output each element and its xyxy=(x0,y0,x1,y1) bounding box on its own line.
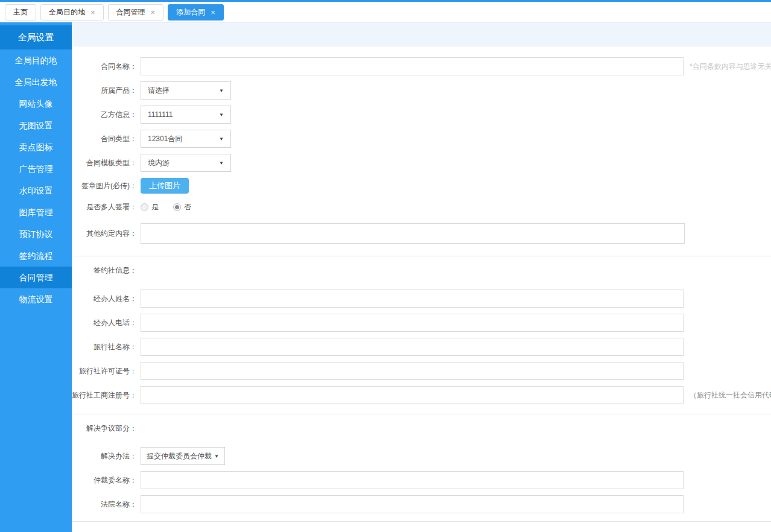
agent-name-row: 经办人姓名： xyxy=(72,290,771,308)
agent-phone-label: 经办人电话： xyxy=(72,318,137,328)
sidebar-item-watermark-settings[interactable]: 水印设置 xyxy=(0,180,72,201)
sidebar-item-selling-point-icons[interactable]: 卖点图标 xyxy=(0,136,72,158)
resolution-row: 解决办法： 提交仲裁委员会仲裁 ▼ xyxy=(72,447,771,465)
tab-global-destination[interactable]: 全局目的地 × xyxy=(40,4,104,21)
upload-image-button[interactable]: 上传图片 xyxy=(141,178,189,194)
agency-section-label: 签约社信息： xyxy=(72,265,137,276)
other-content-row: 其他约定内容： xyxy=(72,223,771,244)
divider xyxy=(72,256,771,256)
template-type-row: 合同模板类型： 境内游 ▼ xyxy=(72,154,771,172)
multi-sign-row: 是否多人签署： 是 否 xyxy=(72,201,771,212)
signature-image-label: 签章图片(必传)： xyxy=(72,181,137,191)
license-no-row: 旅行社许可证号： xyxy=(72,362,771,380)
sidebar: 全局设置 全局目的地 全局出发地 网站头像 无图设置 卖点图标 广告管理 水印设… xyxy=(0,22,72,532)
contract-name-row: 合同名称： *合同条款内容与思途无关 xyxy=(72,57,771,75)
sidebar-item-ad-management[interactable]: 广告管理 xyxy=(0,158,72,180)
license-no-label: 旅行社许可证号： xyxy=(72,366,137,376)
tab-contract-management[interactable]: 合同管理 × xyxy=(108,4,164,21)
business-reg-no-label: 旅行社工商注册号： xyxy=(72,390,137,401)
other-content-input[interactable] xyxy=(141,223,685,244)
multi-sign-option-yes-label: 是 xyxy=(151,202,159,212)
main-content: 合同名称： *合同条款内容与思途无关 所属产品： 请选择 ▼ 乙方信息： xyxy=(72,22,771,532)
agent-phone-row: 经办人电话： xyxy=(72,314,771,332)
arbitration-name-label: 仲裁委名称： xyxy=(72,475,137,486)
tab-label: 添加合同 xyxy=(176,7,205,17)
sidebar-item-site-avatar[interactable]: 网站头像 xyxy=(0,93,72,115)
resolution-select-value: 提交仲裁委员会仲裁 xyxy=(147,451,212,461)
chevron-down-icon: ▼ xyxy=(219,112,224,118)
multi-sign-label: 是否多人签署： xyxy=(72,202,137,212)
business-reg-no-note: （旅行社统一社会信用代码 xyxy=(690,390,771,401)
sidebar-header: 全局设置 xyxy=(0,25,72,49)
close-icon[interactable]: × xyxy=(211,8,215,16)
other-content-label: 其他约定内容： xyxy=(72,229,137,239)
party-b-select-value: 1111111 xyxy=(148,110,173,119)
agency-name-label: 旅行社名称： xyxy=(72,342,137,352)
dispute-section-row: 解决争议部分： xyxy=(72,423,771,434)
chevron-down-icon: ▼ xyxy=(219,88,224,93)
close-icon[interactable]: × xyxy=(90,8,95,16)
agent-name-label: 经办人姓名： xyxy=(72,294,137,304)
chevron-down-icon: ▼ xyxy=(214,454,219,459)
tab-home[interactable]: 主页 xyxy=(5,4,36,21)
agent-phone-input[interactable] xyxy=(141,314,684,332)
product-select[interactable]: 请选择 ▼ xyxy=(141,81,231,100)
tab-bar: 主页 全局目的地 × 合同管理 × 添加合同 × xyxy=(0,2,771,22)
template-type-select[interactable]: 境内游 ▼ xyxy=(141,154,231,172)
court-name-label: 法院名称： xyxy=(72,499,137,510)
product-label: 所属产品： xyxy=(72,86,137,96)
agency-section-row: 签约社信息： xyxy=(72,265,771,276)
divider xyxy=(72,521,771,522)
multi-sign-option-no[interactable]: 否 xyxy=(173,202,191,212)
radio-unchecked-icon[interactable] xyxy=(141,203,148,211)
court-name-input[interactable] xyxy=(141,495,684,513)
sidebar-item-signing-process[interactable]: 签约流程 xyxy=(0,245,72,267)
arbitration-name-row: 仲裁委名称： xyxy=(72,471,771,489)
business-reg-no-row: 旅行社工商注册号： （旅行社统一社会信用代码 xyxy=(72,386,771,404)
add-contract-form: 合同名称： *合同条款内容与思途无关 所属产品： 请选择 ▼ 乙方信息： xyxy=(72,46,771,522)
product-select-value: 请选择 xyxy=(148,86,170,96)
template-type-select-value: 境内游 xyxy=(148,158,170,168)
business-reg-no-input[interactable] xyxy=(141,386,684,404)
contract-name-note: *合同条款内容与思途无关 xyxy=(690,62,771,72)
agent-name-input[interactable] xyxy=(141,290,684,308)
multi-sign-option-yes[interactable]: 是 xyxy=(141,202,159,212)
contract-type-label: 合同类型： xyxy=(72,134,137,144)
dispute-section-label: 解决争议部分： xyxy=(72,423,137,434)
sidebar-item-logistics-settings[interactable]: 物流设置 xyxy=(0,288,72,310)
agency-name-input[interactable] xyxy=(141,338,684,356)
contract-type-select[interactable]: 12301合同 ▼ xyxy=(141,130,231,148)
court-name-row: 法院名称： xyxy=(72,495,771,513)
contract-name-label: 合同名称： xyxy=(72,62,137,72)
chevron-down-icon: ▼ xyxy=(219,136,224,142)
agency-name-row: 旅行社名称： xyxy=(72,338,771,356)
contract-type-select-value: 12301合同 xyxy=(148,134,182,144)
multi-sign-option-no-label: 否 xyxy=(184,202,191,212)
sidebar-item-contract-management[interactable]: 合同管理 xyxy=(0,267,72,288)
template-type-label: 合同模板类型： xyxy=(72,158,137,168)
product-row: 所属产品： 请选择 ▼ xyxy=(72,81,771,100)
tab-label: 合同管理 xyxy=(116,7,145,17)
party-b-label: 乙方信息： xyxy=(72,110,137,120)
tab-label: 主页 xyxy=(13,7,28,17)
sidebar-item-no-image-settings[interactable]: 无图设置 xyxy=(0,115,72,136)
radio-checked-icon[interactable] xyxy=(173,203,181,211)
sidebar-item-gallery-management[interactable]: 图库管理 xyxy=(0,201,72,223)
chevron-down-icon: ▼ xyxy=(219,160,224,166)
signature-image-row: 签章图片(必传)： 上传图片 xyxy=(72,178,771,194)
party-b-row: 乙方信息： 1111111 ▼ xyxy=(72,106,771,124)
contract-name-input[interactable] xyxy=(141,57,684,75)
resolution-label: 解决办法： xyxy=(72,451,137,461)
arbitration-name-input[interactable] xyxy=(141,471,684,489)
close-icon[interactable]: × xyxy=(151,8,156,16)
divider xyxy=(72,414,771,414)
license-no-input[interactable] xyxy=(141,362,684,380)
sidebar-item-global-destination[interactable]: 全局目的地 xyxy=(0,49,72,71)
sidebar-item-global-departure[interactable]: 全局出发地 xyxy=(0,71,72,93)
content-header-band xyxy=(72,22,771,46)
tab-add-contract[interactable]: 添加合同 × xyxy=(168,4,224,21)
sidebar-item-booking-agreement[interactable]: 预订协议 xyxy=(0,223,72,245)
party-b-select[interactable]: 1111111 ▼ xyxy=(141,106,231,124)
resolution-select[interactable]: 提交仲裁委员会仲裁 ▼ xyxy=(141,447,225,465)
contract-type-row: 合同类型： 12301合同 ▼ xyxy=(72,130,771,148)
